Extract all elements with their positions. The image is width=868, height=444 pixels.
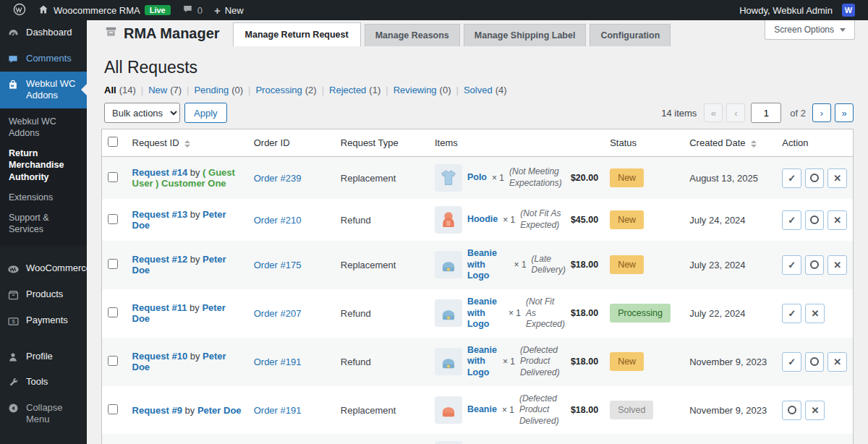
sidebar-label: Payments bbox=[26, 315, 68, 326]
request-link[interactable]: Request #13 bbox=[132, 209, 188, 220]
order-link[interactable]: Order #239 bbox=[254, 173, 302, 184]
tab-label: Configuration bbox=[600, 30, 660, 40]
sidebar-subitem[interactable]: Support & Services bbox=[0, 208, 87, 240]
sidebar-subitem[interactable]: Webkul WC Addons bbox=[0, 111, 87, 144]
sidebar-item-tools[interactable]: Tools bbox=[0, 370, 87, 394]
circle-action-button[interactable] bbox=[805, 352, 825, 372]
last-page-button[interactable]: » bbox=[835, 103, 854, 122]
product-thumbnail bbox=[435, 299, 462, 327]
close-action-button[interactable]: ✕ bbox=[805, 304, 825, 323]
product-link[interactable]: Beanie with Logo bbox=[467, 345, 498, 379]
request-link[interactable]: Request #10 bbox=[132, 351, 188, 362]
status-filter-link[interactable]: Rejected bbox=[329, 85, 366, 95]
order-link[interactable]: Order #191 bbox=[254, 357, 302, 367]
sidebar-subitem[interactable]: Return Merchandise Authority bbox=[0, 143, 87, 187]
select-all-checkbox[interactable] bbox=[108, 137, 118, 147]
sort-icon bbox=[751, 140, 757, 148]
tab[interactable]: Configuration bbox=[590, 24, 671, 46]
status-filter-link[interactable]: Pending bbox=[194, 85, 229, 95]
first-page-button[interactable]: « bbox=[704, 103, 723, 122]
howdy-text: Howdy, Webkul Admin bbox=[739, 5, 833, 16]
column-header-created-date[interactable]: Created Date bbox=[684, 129, 776, 157]
next-page-button[interactable]: › bbox=[812, 103, 831, 122]
status-filter-link[interactable]: Reviewing bbox=[393, 85, 437, 95]
check-action-button[interactable]: ✓ bbox=[782, 352, 801, 372]
status-filter-link[interactable]: All bbox=[104, 85, 116, 95]
request-link[interactable]: Request #9 bbox=[132, 405, 182, 416]
product-link[interactable]: Beanie with Logo bbox=[467, 296, 503, 330]
svg-text:$: $ bbox=[12, 318, 15, 325]
row-checkbox[interactable] bbox=[108, 356, 118, 366]
circle-action-button[interactable] bbox=[782, 401, 801, 420]
new-content-menu[interactable]: + New bbox=[208, 0, 250, 20]
circle-action-button[interactable] bbox=[805, 255, 825, 275]
close-action-button[interactable]: ✕ bbox=[805, 401, 825, 420]
circle-action-button[interactable] bbox=[805, 210, 825, 230]
close-action-button[interactable]: ✕ bbox=[827, 352, 847, 372]
sidebar-item-payments[interactable]: $ Payments bbox=[0, 308, 87, 334]
sidebar-item-profile[interactable]: Profile bbox=[0, 344, 87, 370]
bulk-actions-select[interactable]: Bulk actions bbox=[104, 103, 180, 123]
sidebar-item-comments[interactable]: Comments bbox=[0, 46, 87, 72]
return-reason: (Not Fit As Expected) bbox=[520, 208, 566, 231]
request-type: Replacement bbox=[335, 386, 429, 435]
sidebar-item-webkul-wc-addons[interactable]: Webkul WC Addons bbox=[0, 72, 87, 108]
row-checkbox[interactable] bbox=[108, 307, 118, 317]
column-header-request-id[interactable]: Request ID bbox=[127, 129, 248, 157]
request-link[interactable]: Request #14 bbox=[132, 167, 188, 178]
return-reason: (Defected Product Delivered) bbox=[519, 393, 566, 427]
item-price: $18.00 bbox=[571, 308, 598, 318]
sort-icon bbox=[184, 140, 190, 148]
product-link[interactable]: Beanie with Logo bbox=[467, 248, 509, 282]
tab[interactable]: Manage Return Request bbox=[233, 22, 361, 46]
order-link[interactable]: Order #210 bbox=[254, 215, 302, 226]
close-action-button[interactable]: ✕ bbox=[827, 255, 847, 275]
prev-page-button[interactable]: ‹ bbox=[726, 103, 745, 122]
row-checkbox[interactable] bbox=[108, 214, 118, 224]
live-badge: Live bbox=[145, 5, 171, 15]
sidebar-subitem[interactable]: Extensions bbox=[0, 187, 87, 208]
item-price: $18.00 bbox=[571, 260, 598, 270]
sidebar-item-dashboard[interactable]: Dashboard bbox=[0, 20, 87, 46]
home-icon bbox=[38, 4, 49, 17]
status-filter-link[interactable]: New bbox=[148, 85, 167, 95]
comments-shortcut[interactable]: 0 bbox=[176, 0, 208, 20]
current-page-input[interactable] bbox=[751, 103, 781, 123]
status-filter-link[interactable]: Processing bbox=[255, 85, 302, 95]
sidebar-item-products[interactable]: Products bbox=[0, 282, 87, 308]
site-menu[interactable]: Woocommerce RMA Live bbox=[32, 0, 176, 20]
row-checkbox[interactable] bbox=[108, 172, 118, 182]
check-action-button[interactable]: ✓ bbox=[782, 210, 801, 230]
row-checkbox[interactable] bbox=[108, 259, 118, 269]
close-action-button[interactable]: ✕ bbox=[827, 168, 847, 188]
product-thumbnail bbox=[435, 206, 462, 234]
request-link[interactable]: Request #12 bbox=[132, 254, 188, 265]
account-menu[interactable]: Howdy, Webkul Admin W bbox=[733, 0, 861, 20]
status-filter-link[interactable]: Solved bbox=[464, 85, 493, 95]
check-action-button[interactable]: ✓ bbox=[782, 255, 801, 275]
order-link[interactable]: Order #207 bbox=[254, 308, 302, 319]
circle-action-button[interactable] bbox=[805, 168, 825, 188]
product-link[interactable]: Polo bbox=[467, 172, 487, 184]
sidebar-item-woocommerce[interactable]: WooCommerce bbox=[0, 256, 87, 282]
check-action-button[interactable]: ✓ bbox=[782, 304, 801, 323]
product-link[interactable]: Hoodie bbox=[467, 214, 498, 226]
product-link[interactable]: Beanie bbox=[467, 404, 497, 416]
column-header-order-id: Order ID bbox=[248, 129, 335, 157]
customer-link[interactable]: Peter Doe bbox=[197, 405, 242, 416]
status-filter: All (14) bbox=[104, 85, 136, 95]
apply-button[interactable]: Apply bbox=[184, 103, 227, 123]
order-link[interactable]: Order #175 bbox=[254, 260, 302, 270]
screen-options-button[interactable]: Screen Options bbox=[765, 20, 855, 40]
close-action-button[interactable]: ✕ bbox=[827, 210, 847, 230]
check-action-button[interactable]: ✓ bbox=[782, 168, 801, 188]
by-text: by bbox=[185, 405, 195, 416]
order-link[interactable]: Order #191 bbox=[254, 405, 302, 416]
wordpress-logo-menu[interactable] bbox=[7, 0, 32, 20]
tab[interactable]: Manage Reasons bbox=[365, 24, 460, 46]
request-type: Replacement bbox=[335, 157, 429, 200]
collapse-menu-button[interactable]: Collapse Menu bbox=[0, 396, 87, 432]
tab[interactable]: Manage Shipping Label bbox=[464, 24, 587, 46]
request-link[interactable]: Request #11 bbox=[132, 302, 187, 313]
row-checkbox[interactable] bbox=[108, 404, 118, 414]
